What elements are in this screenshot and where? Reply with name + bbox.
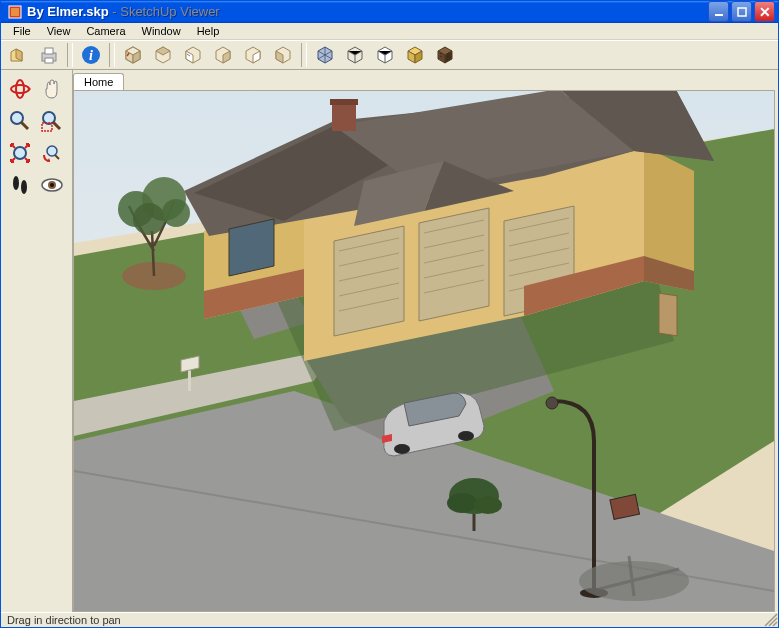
pan-button[interactable] (37, 74, 67, 104)
svg-rect-6 (45, 58, 53, 63)
svg-point-34 (474, 496, 502, 514)
right-view-button[interactable] (209, 41, 237, 69)
svg-rect-5 (45, 48, 53, 54)
menubar: File View Camera Window Help (1, 23, 778, 40)
walk-button[interactable] (5, 170, 35, 200)
zoom-button[interactable] (5, 106, 35, 136)
front-view-button[interactable] (179, 41, 207, 69)
svg-point-36 (546, 397, 558, 409)
svg-text:i: i (89, 48, 93, 63)
tab-home[interactable]: Home (73, 73, 124, 90)
xray-style-button[interactable] (311, 41, 339, 69)
zoom-window-button[interactable] (37, 106, 67, 136)
svg-point-9 (11, 85, 29, 93)
svg-rect-1 (11, 8, 19, 16)
toolbar-separator (109, 43, 115, 67)
svg-point-33 (447, 493, 477, 513)
menu-window[interactable]: Window (134, 23, 189, 39)
minimize-button[interactable] (708, 1, 729, 22)
top-view-button[interactable] (149, 41, 177, 69)
svg-point-17 (21, 180, 27, 194)
svg-point-15 (47, 146, 57, 156)
svg-point-31 (162, 199, 190, 227)
back-view-button[interactable] (239, 41, 267, 69)
scene-tabs: Home (73, 70, 124, 90)
svg-point-14 (14, 147, 26, 159)
info-button[interactable]: i (77, 41, 105, 69)
toolbar-separator (301, 43, 307, 67)
iso-view-button[interactable] (119, 41, 147, 69)
window-controls: ✕ (708, 1, 775, 22)
toolbar-separator (67, 43, 73, 67)
titlebar-appname: SketchUp Viewer (120, 4, 219, 19)
svg-rect-25 (330, 99, 358, 105)
svg-point-20 (50, 183, 54, 187)
orbit-button[interactable] (5, 74, 35, 104)
svg-point-10 (16, 80, 24, 98)
look-around-button[interactable] (37, 170, 67, 200)
menu-view[interactable]: View (39, 23, 79, 39)
status-hint: Drag in direction to pan (7, 614, 121, 626)
resize-grip-icon[interactable] (763, 612, 779, 628)
titlebar[interactable]: By Elmer.skp - SketchUp Viewer ✕ (1, 1, 778, 23)
svg-rect-3 (738, 8, 746, 16)
svg-rect-2 (715, 14, 723, 16)
wireframe-style-button[interactable] (341, 41, 369, 69)
left-view-button[interactable] (269, 41, 297, 69)
shaded-textures-style-button[interactable] (431, 41, 459, 69)
previous-view-button[interactable] (37, 138, 67, 168)
toolbar-left (1, 70, 73, 612)
menu-camera[interactable]: Camera (78, 23, 133, 39)
svg-rect-23 (659, 293, 677, 336)
svg-point-26 (394, 444, 410, 454)
viewport-3d[interactable] (73, 90, 775, 612)
menu-help[interactable]: Help (189, 23, 228, 39)
app-window: By Elmer.skp - SketchUp Viewer ✕ File Vi… (0, 0, 779, 628)
svg-point-30 (133, 203, 165, 235)
maximize-button[interactable] (731, 1, 752, 22)
titlebar-text: By Elmer.skp - SketchUp Viewer (27, 4, 708, 19)
titlebar-filename: By Elmer.skp (27, 4, 109, 19)
svg-point-27 (458, 431, 474, 441)
svg-point-16 (13, 176, 19, 190)
hidden-line-style-button[interactable] (371, 41, 399, 69)
content-area: Home (1, 70, 778, 612)
close-button[interactable]: ✕ (754, 1, 775, 22)
toolbar-top: i (1, 40, 778, 70)
open-button[interactable] (5, 41, 33, 69)
svg-rect-24 (332, 101, 356, 131)
statusbar: Drag in direction to pan (1, 612, 778, 627)
zoom-extents-button[interactable] (5, 138, 35, 168)
app-icon (7, 4, 23, 20)
menu-file[interactable]: File (5, 23, 39, 39)
shaded-style-button[interactable] (401, 41, 429, 69)
print-button[interactable] (35, 41, 63, 69)
